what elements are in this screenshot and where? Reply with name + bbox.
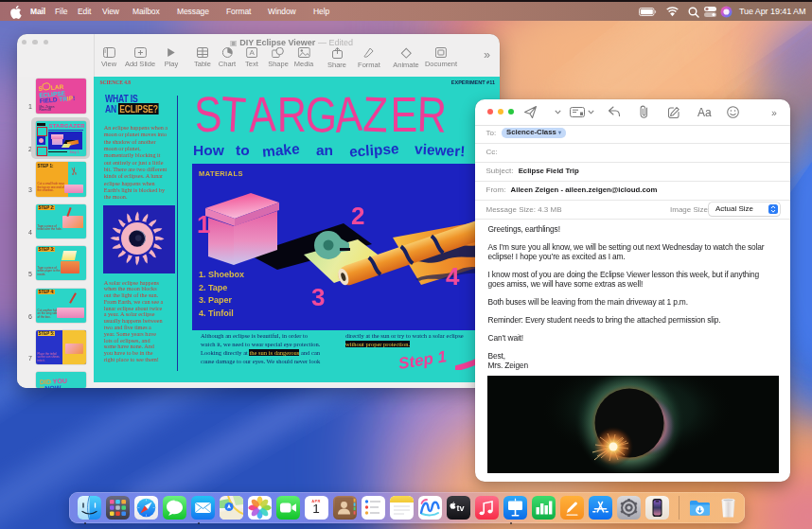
svg-text:3. Paper: 3. Paper (199, 295, 233, 305)
svg-text:4: 4 (446, 262, 460, 291)
svg-text:1: 1 (197, 210, 210, 238)
svg-text:1. Shoebox: 1. Shoebox (199, 270, 244, 279)
svg-text:4. Tinfoil: 4. Tinfoil (199, 309, 234, 318)
svg-text:2. Tape: 2. Tape (199, 283, 227, 292)
svg-text:2: 2 (351, 202, 364, 230)
svg-text:3: 3 (311, 283, 325, 311)
svg-text:A: A (249, 48, 255, 57)
svg-text:tv: tv (456, 503, 464, 513)
